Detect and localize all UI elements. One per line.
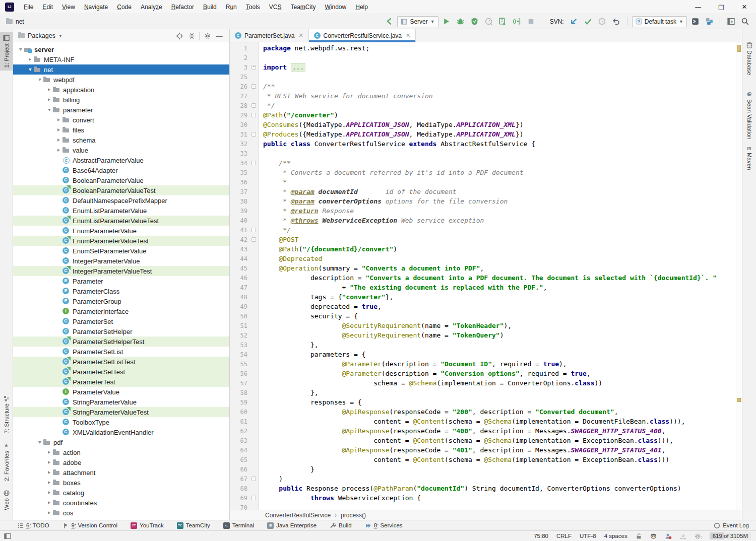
minimize-button[interactable]: —: [686, 0, 710, 14]
line-number[interactable]: 34: [230, 160, 250, 167]
tree-item-server[interactable]: server: [13, 44, 229, 54]
tree-item-ParameterSetList[interactable]: ParameterSetList: [13, 347, 229, 357]
remote-debug-button[interactable]: [511, 16, 523, 27]
line-number[interactable]: 3: [230, 64, 250, 71]
chevron-down-icon[interactable]: [27, 69, 33, 71]
tree-item-EnumSetParameterValue[interactable]: EnumSetParameterValue: [13, 246, 229, 256]
line-number[interactable]: 62: [230, 428, 250, 435]
chevron-right-icon[interactable]: [46, 451, 52, 454]
line-number[interactable]: 47: [230, 284, 250, 291]
tree-item-value[interactable]: value: [13, 145, 229, 155]
tree-item-parameter[interactable]: parameter: [13, 105, 229, 115]
chevron-right-icon[interactable]: [55, 149, 62, 152]
warning-stripe-marker[interactable]: [737, 45, 741, 52]
run-configuration-select[interactable]: Server▼: [397, 16, 438, 27]
line-number[interactable]: 45: [230, 265, 250, 272]
line-number[interactable]: 28: [230, 102, 250, 109]
code-line-26[interactable]: 26-/**: [230, 82, 736, 91]
code-line-40[interactable]: 40 * @throws WebserviceException Web ser…: [230, 216, 736, 225]
code-line-47[interactable]: 47 + "The existing document is replaced …: [230, 283, 736, 292]
tree-item-catalog[interactable]: catalog: [13, 488, 229, 498]
fold-marker-icon[interactable]: -: [251, 113, 256, 117]
code-line-45[interactable]: 45 @Operation(summary = "Converts a docu…: [230, 263, 736, 273]
code-line-3[interactable]: 3+import ...: [230, 62, 736, 72]
code-line-61[interactable]: 61 content = @Content(schema = @Schema(i…: [230, 417, 736, 426]
toolwindow-button-6-todo[interactable]: 6: TODO: [17, 522, 49, 529]
collapse-all-icon[interactable]: [185, 31, 198, 41]
tree-item-XMLValidationEventHandler[interactable]: XMLValidationEventHandler: [13, 427, 229, 437]
line-number[interactable]: 69: [230, 495, 250, 502]
fold-marker-icon[interactable]: -: [251, 237, 256, 242]
chevron-right-icon[interactable]: [46, 491, 52, 494]
fold-marker-icon[interactable]: +: [251, 65, 256, 70]
line-number[interactable]: 67: [230, 476, 250, 483]
code-line-36[interactable]: 36 *: [230, 177, 736, 187]
commit-button[interactable]: [582, 16, 594, 27]
line-number[interactable]: 37: [230, 188, 250, 195]
recent-changes-button[interactable]: [596, 16, 608, 27]
line-number[interactable]: 39: [230, 208, 250, 215]
chevron-right-icon[interactable]: [46, 471, 52, 474]
code-line-25[interactable]: 25: [230, 72, 736, 82]
code-line-53[interactable]: 53 },: [230, 340, 736, 350]
tree-item-ParameterTest[interactable]: ParameterTest: [13, 377, 229, 387]
tree-item-adobe[interactable]: adobe: [13, 457, 229, 467]
close-icon[interactable]: ✕: [298, 32, 303, 39]
tree-item-Base64Adapter[interactable]: Base64Adapter: [13, 165, 229, 175]
file-encoding[interactable]: UTF-8: [580, 533, 596, 539]
code-line-32[interactable]: 32public class ConverterRestfulService e…: [230, 139, 736, 149]
code-line-68[interactable]: 68 public Response process(@PathParam("d…: [230, 484, 736, 493]
code-line-44[interactable]: 44 @Deprecated: [230, 254, 736, 263]
tree-item-META-INF[interactable]: META-INF: [13, 54, 229, 64]
fold-marker-icon[interactable]: -: [251, 228, 256, 232]
tree-item-application[interactable]: application: [13, 85, 229, 95]
line-number[interactable]: 1: [230, 45, 250, 52]
code-line-28[interactable]: 28- */: [230, 101, 736, 110]
menu-code[interactable]: Code: [112, 0, 136, 14]
code-line-1[interactable]: 1package net.webpdf.ws.rest;: [230, 43, 736, 53]
project-view-select[interactable]: Packages ▼: [18, 32, 62, 39]
chevron-down-icon[interactable]: [36, 441, 43, 444]
line-number[interactable]: 31: [230, 131, 250, 138]
code-line-48[interactable]: 48 tags = {"converter"},: [230, 292, 736, 302]
code-line-31[interactable]: 31-@Produces({MediaType.APPLICATION_JSON…: [230, 129, 736, 139]
line-number[interactable]: 29: [230, 112, 250, 119]
code-line-42[interactable]: 42- @POST: [230, 235, 736, 244]
chevron-down-icon[interactable]: [46, 109, 52, 111]
tree-item-StringParameterValueTest[interactable]: StringParameterValueTest: [13, 407, 229, 417]
tree-item-ToolboxType[interactable]: ToolboxType: [13, 417, 229, 427]
code-line-30[interactable]: 30@Consumes({MediaType.APPLICATION_JSON,…: [230, 120, 736, 129]
menu-vcs[interactable]: VCS: [265, 0, 286, 14]
fold-marker-icon[interactable]: -: [251, 161, 256, 165]
code-line-43[interactable]: 43 @Path("/{documentId}/convert"): [230, 244, 736, 254]
line-number[interactable]: 50: [230, 313, 250, 320]
tree-item-ParameterClass[interactable]: ParameterClass: [13, 286, 229, 296]
line-number[interactable]: 64: [230, 447, 250, 454]
run-button[interactable]: [440, 16, 453, 27]
line-number[interactable]: 58: [230, 389, 250, 396]
tree-item-BooleanParameterValue[interactable]: BooleanParameterValue: [13, 175, 229, 185]
code-line-55[interactable]: 55 @Parameter(description = "Document ID…: [230, 359, 736, 369]
toolwindow-button-favorites[interactable]: ★ 2: Favorites: [0, 440, 13, 484]
tree-item-net[interactable]: net: [13, 64, 229, 75]
code-line-70[interactable]: 70: [230, 503, 736, 510]
line-number[interactable]: 51: [230, 322, 250, 329]
code-line-54[interactable]: 54 parameters = {: [230, 350, 736, 359]
chevron-right-icon[interactable]: [46, 98, 52, 101]
toolwindow-button-maven[interactable]: m Maven: [742, 142, 756, 173]
line-number[interactable]: 65: [230, 456, 250, 463]
profiler-button[interactable]: [483, 16, 495, 27]
tree-item-ParameterSet[interactable]: ParameterSet: [13, 316, 229, 326]
close-icon[interactable]: ✕: [406, 32, 410, 39]
chevron-right-icon[interactable]: [46, 481, 52, 484]
menu-refactor[interactable]: Refactor: [167, 0, 199, 14]
line-number[interactable]: 54: [230, 351, 250, 358]
code-line-56[interactable]: 56 @Parameter(description = "Conversion …: [230, 369, 736, 378]
breadcrumb[interactable]: net: [16, 18, 24, 25]
chevron-right-icon[interactable]: [46, 501, 52, 504]
debug-button[interactable]: [455, 16, 467, 27]
code-line-41[interactable]: 41- */: [230, 225, 736, 235]
run-with-coverage-button[interactable]: [469, 16, 481, 27]
menu-build[interactable]: Build: [199, 0, 221, 14]
tree-item-convert[interactable]: convert: [13, 115, 229, 125]
